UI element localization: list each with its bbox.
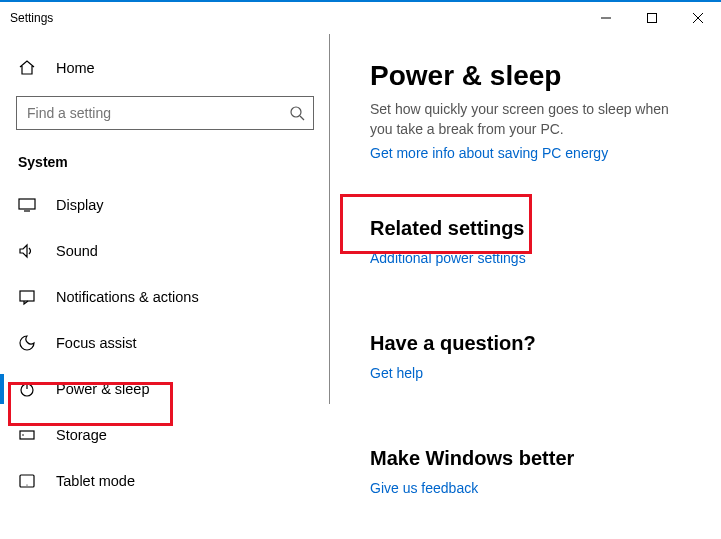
search-icon: [289, 105, 305, 121]
svg-point-14: [26, 484, 27, 485]
window-title: Settings: [10, 11, 53, 25]
close-button[interactable]: [675, 2, 721, 34]
minimize-button[interactable]: [583, 2, 629, 34]
highlight-box-nav: [8, 382, 173, 426]
link-get-help[interactable]: Get help: [370, 365, 423, 381]
main-content: Power & sleep Set how quickly your scree…: [330, 34, 721, 537]
sidebar-item-label: Focus assist: [56, 335, 137, 351]
sidebar-item-tablet-mode[interactable]: Tablet mode: [0, 458, 330, 504]
link-more-info[interactable]: Get more info about saving PC energy: [370, 145, 608, 161]
svg-rect-6: [19, 199, 35, 209]
highlight-box-related: [340, 194, 532, 254]
sidebar-home-label: Home: [56, 60, 95, 76]
svg-point-12: [22, 434, 24, 436]
svg-line-5: [300, 116, 304, 120]
search-box[interactable]: [16, 96, 314, 130]
make-windows-better-heading: Make Windows better: [370, 447, 693, 470]
have-question-heading: Have a question?: [370, 332, 693, 355]
close-icon: [693, 13, 703, 23]
sidebar-item-label: Display: [56, 197, 104, 213]
sidebar-home[interactable]: Home: [0, 46, 330, 90]
sound-icon: [18, 242, 36, 260]
tablet-icon: [18, 472, 36, 490]
sidebar: Home System Display Sound Notifications …: [0, 34, 330, 537]
titlebar: Settings: [0, 2, 721, 34]
maximize-icon: [647, 13, 657, 23]
link-give-feedback[interactable]: Give us feedback: [370, 480, 478, 496]
svg-rect-11: [20, 431, 34, 439]
home-icon: [18, 59, 36, 77]
sidebar-item-focus-assist[interactable]: Focus assist: [0, 320, 330, 366]
sidebar-item-display[interactable]: Display: [0, 182, 330, 228]
sidebar-item-sound[interactable]: Sound: [0, 228, 330, 274]
sidebar-item-notifications[interactable]: Notifications & actions: [0, 274, 330, 320]
search-input[interactable]: [27, 105, 289, 121]
display-icon: [18, 196, 36, 214]
focus-assist-icon: [18, 334, 36, 352]
sidebar-item-label: Notifications & actions: [56, 289, 199, 305]
sidebar-item-label: Storage: [56, 427, 107, 443]
svg-rect-1: [648, 14, 657, 23]
maximize-button[interactable]: [629, 2, 675, 34]
minimize-icon: [601, 13, 611, 23]
storage-icon: [18, 426, 36, 444]
page-description: Set how quickly your screen goes to slee…: [370, 100, 690, 139]
svg-point-4: [291, 107, 301, 117]
page-title: Power & sleep: [370, 60, 693, 92]
sidebar-section-header: System: [0, 146, 330, 182]
sidebar-item-label: Tablet mode: [56, 473, 135, 489]
sidebar-item-label: Sound: [56, 243, 98, 259]
svg-rect-8: [20, 291, 34, 301]
notifications-icon: [18, 288, 36, 306]
